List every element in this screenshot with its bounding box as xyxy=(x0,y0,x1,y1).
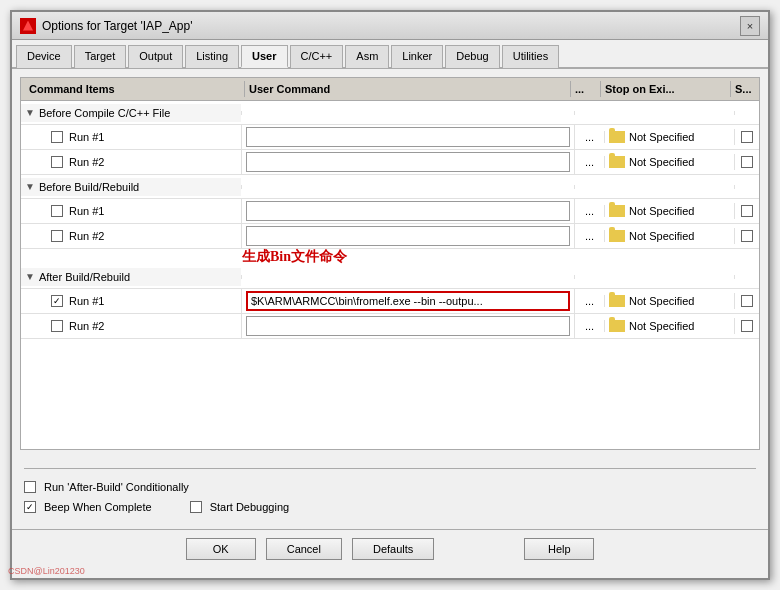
tab-device[interactable]: Device xyxy=(16,45,72,68)
run2-input-s2[interactable] xyxy=(246,226,570,246)
run2-label-s3: Run #2 xyxy=(21,317,241,335)
divider-1 xyxy=(24,468,756,469)
tab-output[interactable]: Output xyxy=(128,45,183,68)
options-dialog: Options for Target 'IAP_App' × Device Ta… xyxy=(10,10,770,580)
section-after-build: ▼ After Build/Rebuild xyxy=(21,265,759,289)
section-title-2: Before Build/Rebuild xyxy=(39,181,139,193)
run1-s-checkbox-s1[interactable] xyxy=(741,131,753,143)
run2-s-checkbox-s3[interactable] xyxy=(741,320,753,332)
option-row-1: Run 'After-Build' Conditionally xyxy=(24,481,756,493)
not-specified-3: Not Specified xyxy=(629,205,694,217)
content-area: Command Items User Command ... Stop on E… xyxy=(12,69,768,529)
tab-utilities[interactable]: Utilities xyxy=(502,45,559,68)
run2-input-s3[interactable] xyxy=(246,316,570,336)
ok-button[interactable]: OK xyxy=(186,538,256,560)
not-specified-2: Not Specified xyxy=(629,156,694,168)
run2-cmd-s1 xyxy=(241,150,575,174)
run2-text-s1: Run #2 xyxy=(69,156,104,168)
run1-checkbox-s3[interactable] xyxy=(51,295,63,307)
run1-dots-s1[interactable]: ... xyxy=(575,131,605,143)
run2-s-s2 xyxy=(735,230,759,242)
folder-icon-4 xyxy=(609,230,625,242)
section-title-3: After Build/Rebuild xyxy=(39,271,130,283)
run1-input-s2[interactable] xyxy=(246,201,570,221)
run2-checkbox-s3[interactable] xyxy=(51,320,63,332)
section-label-before-compile: ▼ Before Compile C/C++ File xyxy=(21,104,241,122)
start-debug-checkbox[interactable] xyxy=(190,501,202,513)
table-body: ▼ Before Compile C/C++ File Run #1 xyxy=(21,101,759,449)
title-bar: Options for Target 'IAP_App' × xyxy=(12,12,768,40)
cancel-button[interactable]: Cancel xyxy=(266,538,342,560)
run1-s-s2 xyxy=(735,205,759,217)
run1-text-s3: Run #1 xyxy=(69,295,104,307)
table-row: Run #2 ... Not Specified xyxy=(21,150,759,175)
run2-s-s1 xyxy=(735,156,759,168)
run2-dots-s3[interactable]: ... xyxy=(575,320,605,332)
table-row: Run #2 ... Not Specified xyxy=(21,314,759,339)
run1-text-s2: Run #1 xyxy=(69,205,104,217)
section-before-compile: ▼ Before Compile C/C++ File xyxy=(21,101,759,125)
run2-dots-s1[interactable]: ... xyxy=(575,156,605,168)
tab-cpp[interactable]: C/C++ xyxy=(290,45,344,68)
run-after-build-checkbox[interactable] xyxy=(24,481,36,493)
run2-input-s1[interactable] xyxy=(246,152,570,172)
header-col2: User Command xyxy=(245,81,571,97)
annotation-text: 生成Bin文件命令 xyxy=(242,248,347,266)
beep-checkbox[interactable] xyxy=(24,501,36,513)
header-col1: Command Items xyxy=(25,81,245,97)
folder-icon-2 xyxy=(609,156,625,168)
run1-label-s3: Run #1 xyxy=(21,292,241,310)
run2-text-s3: Run #2 xyxy=(69,320,104,332)
defaults-button[interactable]: Defaults xyxy=(352,538,434,560)
folder-icon-6 xyxy=(609,320,625,332)
run2-s-checkbox-s2[interactable] xyxy=(741,230,753,242)
help-button[interactable]: Help xyxy=(524,538,594,560)
header-col4: Stop on Exi... xyxy=(601,81,731,97)
run1-cmd-s3 xyxy=(241,289,575,313)
run1-checkbox-s1[interactable] xyxy=(51,131,63,143)
header-col3: ... xyxy=(571,81,601,97)
run2-label-s1: Run #2 xyxy=(21,153,241,171)
expand-icon-2[interactable]: ▼ xyxy=(25,181,35,192)
run2-label-s2: Run #2 xyxy=(21,227,241,245)
header-col5: S... xyxy=(731,81,755,97)
annotation-container: Run #1 ... Not Specified xyxy=(21,199,759,249)
section-label-after-build: ▼ After Build/Rebuild xyxy=(21,268,241,286)
folder-icon-5 xyxy=(609,295,625,307)
section1-cmd xyxy=(241,111,575,115)
expand-icon-1[interactable]: ▼ xyxy=(25,107,35,118)
tab-target[interactable]: Target xyxy=(74,45,127,68)
option-row-2: Beep When Complete Start Debugging xyxy=(24,501,756,513)
tab-asm[interactable]: Asm xyxy=(345,45,389,68)
run1-input-s3[interactable] xyxy=(246,291,570,311)
folder-icon-1 xyxy=(609,131,625,143)
tab-linker[interactable]: Linker xyxy=(391,45,443,68)
run1-s-s3 xyxy=(735,295,759,307)
run1-s-checkbox-s2[interactable] xyxy=(741,205,753,217)
tab-user[interactable]: User xyxy=(241,45,287,68)
close-button[interactable]: × xyxy=(740,16,760,36)
run1-dots-s2[interactable]: ... xyxy=(575,205,605,217)
run2-dots-s2[interactable]: ... xyxy=(575,230,605,242)
run2-cmd-s2: 生成Bin文件命令 xyxy=(241,224,575,248)
run1-dots-s3[interactable]: ... xyxy=(575,295,605,307)
run1-label-s1: Run #1 xyxy=(21,128,241,146)
run1-s-checkbox-s3[interactable] xyxy=(741,295,753,307)
run2-checkbox-s2[interactable] xyxy=(51,230,63,242)
run1-stop-s2: Not Specified xyxy=(605,203,735,219)
run2-checkbox-s1[interactable] xyxy=(51,156,63,168)
app-icon xyxy=(20,18,36,34)
run2-s-checkbox-s1[interactable] xyxy=(741,156,753,168)
run1-input-s1[interactable] xyxy=(246,127,570,147)
button-bar: OK Cancel Defaults Help xyxy=(12,529,768,568)
beep-label: Beep When Complete xyxy=(44,501,152,513)
tab-listing[interactable]: Listing xyxy=(185,45,239,68)
run1-checkbox-s2[interactable] xyxy=(51,205,63,217)
folder-icon-3 xyxy=(609,205,625,217)
tab-debug[interactable]: Debug xyxy=(445,45,499,68)
command-table: Command Items User Command ... Stop on E… xyxy=(20,77,760,450)
not-specified-6: Not Specified xyxy=(629,320,694,332)
not-specified-5: Not Specified xyxy=(629,295,694,307)
run1-cmd-s1 xyxy=(241,125,575,149)
expand-icon-3[interactable]: ▼ xyxy=(25,271,35,282)
